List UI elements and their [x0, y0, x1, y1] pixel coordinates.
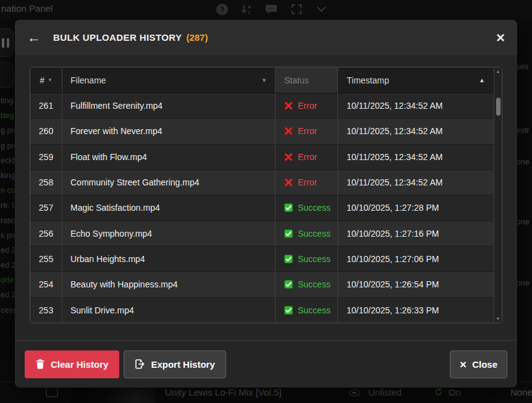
row-filename: Forever with Never.mp4 — [62, 119, 276, 143]
scrollbar-thumb[interactable] — [496, 98, 500, 116]
row-timestamp: 10/10/2025, 1:26:54 PM — [338, 272, 494, 297]
row-number: 253 — [30, 298, 62, 323]
row-timestamp: 10/11/2025, 12:34:52 AM — [338, 145, 494, 169]
row-filename: Beauty with Happiness.mp4 — [62, 272, 276, 297]
success-icon — [284, 255, 293, 263]
row-status: Success — [276, 195, 338, 220]
table-body: 261 Fulfillment Serenity.mp4 Error 10/11… — [30, 93, 494, 323]
error-icon — [284, 127, 293, 135]
row-status: Success — [276, 298, 338, 323]
table-row: 259 Float with Flow.mp4 Error 10/11/2025… — [30, 145, 494, 170]
row-filename: Echo Symphony.mp4 — [62, 221, 276, 246]
row-timestamp: 10/11/2025, 12:34:52 AM — [338, 119, 494, 143]
scroll-down-icon[interactable]: ▼ — [494, 316, 502, 321]
row-timestamp: 10/10/2025, 1:26:33 PM — [338, 298, 494, 323]
table-header-row: #▼ Filename▼ Status Timestamp▲ — [30, 67, 494, 93]
success-icon — [284, 229, 293, 238]
close-x-icon: × — [460, 358, 467, 370]
row-filename: Magic Satisfaction.mp4 — [62, 195, 276, 220]
sort-asc-icon: ▲ — [479, 77, 485, 83]
export-file-icon — [135, 359, 145, 369]
modal-title: BULK UPLOADER HISTORY — [53, 32, 182, 43]
table-scrollbar[interactable]: ▲ ▼ — [494, 67, 502, 323]
row-filename: Float with Flow.mp4 — [62, 145, 276, 169]
table-row: 253 Sunlit Drive.mp4 Success 10/10/2025,… — [30, 298, 494, 323]
table-row: 258 Community Street Gathering.mp4 Error… — [30, 170, 494, 195]
row-filename: Community Street Gathering.mp4 — [62, 170, 276, 195]
column-header-num[interactable]: #▼ — [30, 67, 62, 93]
table-row: 254 Beauty with Happiness.mp4 Success 10… — [30, 272, 494, 297]
clear-history-button[interactable]: Clear History — [25, 350, 119, 378]
row-status: Success — [276, 247, 338, 271]
row-timestamp: 10/10/2025, 1:27:16 PM — [338, 221, 494, 246]
trash-icon — [36, 359, 44, 369]
close-button[interactable]: × Close — [450, 350, 507, 378]
column-header-filename[interactable]: Filename▼ — [62, 67, 276, 93]
row-timestamp: 10/10/2025, 1:27:06 PM — [338, 247, 494, 271]
export-history-button[interactable]: Export History — [124, 350, 226, 378]
row-number: 259 — [30, 145, 62, 169]
row-status: Error — [276, 170, 338, 195]
row-number: 258 — [30, 170, 62, 195]
row-status: Error — [276, 119, 338, 143]
table-row: 256 Echo Symphony.mp4 Success 10/10/2025… — [30, 221, 494, 247]
scroll-up-icon[interactable]: ▲ — [494, 69, 502, 74]
row-status: Success — [276, 272, 338, 297]
row-status: Error — [276, 93, 338, 118]
row-number: 261 — [30, 93, 62, 118]
row-timestamp: 10/10/2025, 1:27:28 PM — [338, 195, 494, 220]
row-status: Error — [276, 145, 338, 169]
success-icon — [284, 306, 293, 315]
row-number: 254 — [30, 272, 62, 297]
history-count-badge: (287) — [186, 32, 208, 43]
row-status: Success — [276, 221, 338, 246]
column-header-status[interactable]: Status — [276, 67, 338, 93]
history-table: #▼ Filename▼ Status Timestamp▲ 261 Fulfi… — [30, 67, 502, 323]
error-icon — [284, 153, 293, 161]
table-row: 261 Fulfillment Serenity.mp4 Error 10/11… — [30, 93, 494, 119]
error-icon — [284, 178, 293, 187]
column-header-timestamp[interactable]: Timestamp▲ — [338, 67, 494, 93]
back-icon[interactable]: ← — [27, 31, 41, 45]
close-icon[interactable]: × — [496, 30, 505, 45]
row-number: 255 — [30, 247, 62, 271]
modal-footer: Clear History Export History × Close — [15, 340, 517, 388]
table-row: 260 Forever with Never.mp4 Error 10/11/2… — [30, 119, 494, 144]
modal-header: ← BULK UPLOADER HISTORY (287) × — [15, 20, 517, 55]
table-row: 255 Urban Heights.mp4 Success 10/10/2025… — [30, 247, 494, 272]
row-timestamp: 10/11/2025, 12:34:52 AM — [338, 93, 494, 118]
row-number: 257 — [30, 195, 62, 220]
success-icon — [284, 203, 293, 212]
error-icon — [284, 101, 293, 110]
sort-caret-icon: ▼ — [261, 77, 267, 83]
bulk-uploader-history-modal: ← BULK UPLOADER HISTORY (287) × #▼ Filen… — [15, 20, 517, 388]
row-filename: Sunlit Drive.mp4 — [62, 298, 276, 323]
row-number: 256 — [30, 221, 62, 246]
row-filename: Urban Heights.mp4 — [62, 247, 276, 271]
row-filename: Fulfillment Serenity.mp4 — [62, 93, 276, 118]
table-row: 257 Magic Satisfaction.mp4 Success 10/10… — [30, 195, 494, 221]
success-icon — [284, 280, 293, 289]
sort-caret-icon: ▼ — [48, 77, 53, 83]
row-timestamp: 10/11/2025, 12:34:52 AM — [338, 170, 494, 195]
row-number: 260 — [30, 119, 62, 143]
